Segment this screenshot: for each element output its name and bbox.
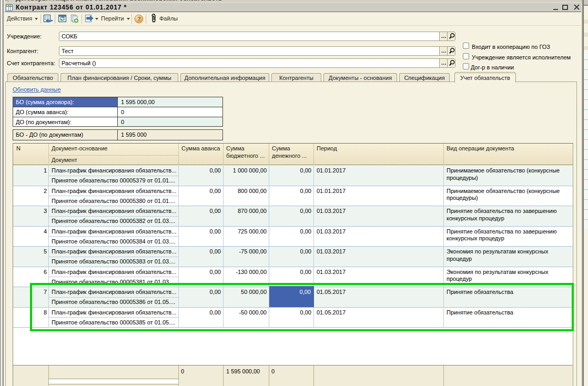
svg-text:?: ?	[137, 16, 141, 22]
